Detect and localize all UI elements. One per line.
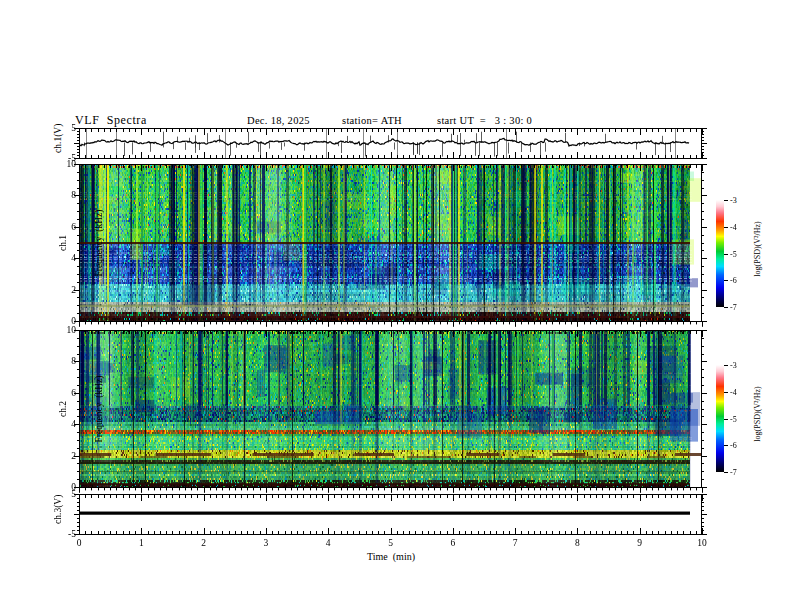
axes-overlay — [0, 0, 792, 612]
vlf-spectra-figure: VLF Spectra Dec. 18, 2025 station= ATH s… — [0, 0, 792, 612]
